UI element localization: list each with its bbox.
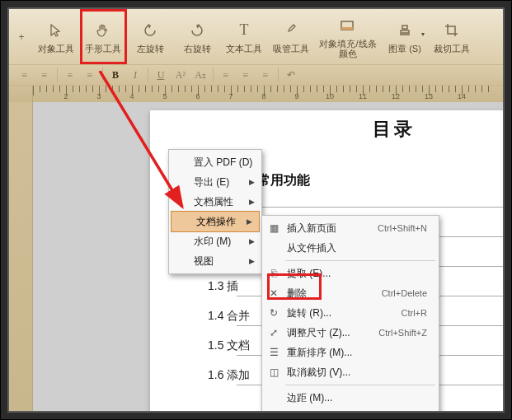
menu-item[interactable]: 提取 (E)...⎘ bbox=[262, 264, 439, 283]
tool-crop[interactable]: 裁切工具 bbox=[429, 9, 476, 64]
pointer-icon bbox=[46, 21, 66, 40]
tool-label: 手形工具 bbox=[85, 44, 121, 54]
format-toolbar: ≡ ≡ ≡ ≡ B I U A² A₂ ≡ ≡ ≡ ↶ bbox=[9, 65, 503, 86]
vertical-ruler bbox=[9, 102, 33, 411]
hand-icon bbox=[93, 21, 113, 40]
italic-button[interactable]: I bbox=[128, 68, 143, 82]
chevron-right-icon: ▶ bbox=[249, 237, 255, 245]
undo-icon[interactable]: ↶ bbox=[284, 68, 298, 82]
toc-item: 1.3 插 bbox=[208, 279, 238, 294]
page-divider bbox=[237, 207, 503, 208]
tool-label: 对象填充/线条颜色 bbox=[315, 39, 381, 58]
tool-label: 文本工具 bbox=[226, 44, 262, 54]
menu-item[interactable]: 文档操作▶ bbox=[171, 211, 260, 232]
tool-label: 图章 (S) bbox=[388, 44, 421, 54]
page-title: 目录 bbox=[373, 117, 416, 142]
menu-separator bbox=[285, 385, 435, 385]
chevron-right-icon: ▶ bbox=[249, 257, 255, 265]
shortcut-label: Ctrl+R bbox=[402, 308, 427, 318]
menu-item[interactable]: 置入 PDF (D) bbox=[169, 152, 261, 172]
chevron-right-icon: ▶ bbox=[249, 198, 255, 206]
toc-item: 1.5 文档 bbox=[208, 338, 250, 353]
shortcut-label: Ctrl+Delete bbox=[382, 288, 427, 298]
superscript-button[interactable]: A² bbox=[173, 68, 188, 82]
extract-icon: ⎘ bbox=[267, 267, 280, 280]
tool-object[interactable]: 对象工具 bbox=[33, 9, 80, 64]
stamp-icon bbox=[395, 21, 415, 40]
menu-item[interactable]: 视图▶ bbox=[169, 251, 261, 271]
chevron-down-icon: ▾ bbox=[421, 30, 425, 38]
menu-item[interactable]: 导出 (E)▶ bbox=[169, 172, 261, 192]
chevron-right-icon: ▶ bbox=[249, 178, 255, 186]
delete-icon: ✕ bbox=[267, 287, 280, 300]
align-left-icon[interactable]: ≡ bbox=[17, 68, 32, 82]
submenu: 插入新页面▦Ctrl+Shift+N从文件插入提取 (E)...⎘删除✕Ctrl… bbox=[261, 215, 439, 413]
bold-button[interactable]: B bbox=[108, 68, 123, 82]
crop-icon bbox=[442, 21, 462, 40]
tool-dropper[interactable]: 吸管工具 bbox=[268, 9, 315, 64]
shortcut-label: Ctrl+Shift+Z bbox=[378, 328, 427, 338]
menu-item[interactable]: 标签 (L)... bbox=[262, 408, 439, 413]
app-window: + 对象工具 手形工具 左旋转 右旋转 T 文本工具 吸管工具 对象填充/线条颜 bbox=[0, 0, 512, 420]
tool-add[interactable]: + bbox=[11, 9, 33, 64]
context-menu: 置入 PDF (D)导出 (E)▶文档属性▶文档操作▶水印 (M)▶视图▶ bbox=[168, 149, 262, 274]
svg-rect-1 bbox=[341, 27, 353, 30]
reorder-icon: ☰ bbox=[267, 346, 280, 359]
toc-item: 1.4 合并 bbox=[208, 309, 250, 324]
menu-item[interactable]: 取消裁切 (V)...◫ bbox=[262, 362, 439, 382]
shortcut-label: Ctrl+Shift+N bbox=[378, 223, 427, 233]
rotate-right-icon bbox=[187, 21, 207, 40]
tool-stamp[interactable]: 图章 (S) ▾ bbox=[382, 9, 429, 64]
dropper-icon bbox=[281, 21, 301, 40]
tool-label: 右旋转 bbox=[184, 44, 211, 54]
menu-item[interactable]: 水印 (M)▶ bbox=[169, 231, 261, 251]
text-icon: T bbox=[234, 21, 254, 40]
resize-icon: ⤢ bbox=[267, 326, 280, 339]
align-icon[interactable]: ≡ bbox=[82, 68, 97, 82]
menu-item[interactable]: 旋转 (R)...↻Ctrl+R bbox=[262, 303, 439, 323]
menu-item[interactable]: 文档属性▶ bbox=[169, 192, 261, 212]
horizontal-ruler: 234567891011121314 bbox=[33, 86, 503, 104]
rotate-icon: ↻ bbox=[267, 306, 280, 320]
page-add-icon: ▦ bbox=[267, 222, 280, 235]
align-center-icon[interactable]: ≡ bbox=[37, 68, 52, 82]
fill-icon bbox=[338, 16, 358, 35]
tool-label: 吸管工具 bbox=[273, 44, 309, 54]
tool-text[interactable]: T 文本工具 bbox=[221, 9, 268, 64]
menu-separator bbox=[285, 260, 435, 261]
tool-label: 裁切工具 bbox=[434, 44, 470, 54]
list-icon[interactable]: ≡ bbox=[218, 68, 233, 82]
page-section: 常用功能 bbox=[257, 172, 310, 189]
tool-label: 对象工具 bbox=[38, 44, 74, 54]
uncrop-icon: ◫ bbox=[267, 366, 280, 379]
ruler-corner bbox=[9, 86, 33, 104]
list-icon[interactable]: ≡ bbox=[258, 68, 273, 82]
align-icon[interactable]: ≡ bbox=[63, 68, 78, 82]
subscript-button[interactable]: A₂ bbox=[193, 68, 208, 82]
rotate-left-icon bbox=[140, 21, 160, 40]
tool-hand[interactable]: 手形工具 bbox=[80, 9, 127, 64]
menu-item[interactable]: 边距 (M)... bbox=[262, 388, 439, 408]
toc-item: 1.6 添加 bbox=[208, 368, 250, 383]
list-icon[interactable]: ≡ bbox=[238, 68, 253, 82]
tool-label: 左旋转 bbox=[137, 44, 164, 54]
menu-item[interactable]: 插入新页面▦Ctrl+Shift+N bbox=[262, 218, 439, 238]
underline-button[interactable]: U bbox=[153, 68, 168, 82]
window-frame: + 对象工具 手形工具 左旋转 右旋转 T 文本工具 吸管工具 对象填充/线条颜 bbox=[7, 7, 505, 413]
menu-item[interactable]: 调整尺寸 (Z)...⤢Ctrl+Shift+Z bbox=[262, 323, 439, 343]
menu-item[interactable]: 重新排序 (M)...☰ bbox=[262, 343, 439, 362]
tool-rotate-right[interactable]: 右旋转 bbox=[174, 9, 221, 64]
menu-item[interactable]: 删除✕Ctrl+Delete bbox=[262, 283, 439, 303]
menu-item[interactable]: 从文件插入 bbox=[262, 238, 439, 258]
chevron-right-icon: ▶ bbox=[247, 217, 252, 226]
main-toolbar: + 对象工具 手形工具 左旋转 右旋转 T 文本工具 吸管工具 对象填充/线条颜 bbox=[9, 9, 503, 65]
tool-rotate-left[interactable]: 左旋转 bbox=[127, 9, 174, 64]
plus-icon: + bbox=[12, 27, 31, 47]
tool-fill[interactable]: 对象填充/线条颜色 bbox=[315, 9, 382, 64]
